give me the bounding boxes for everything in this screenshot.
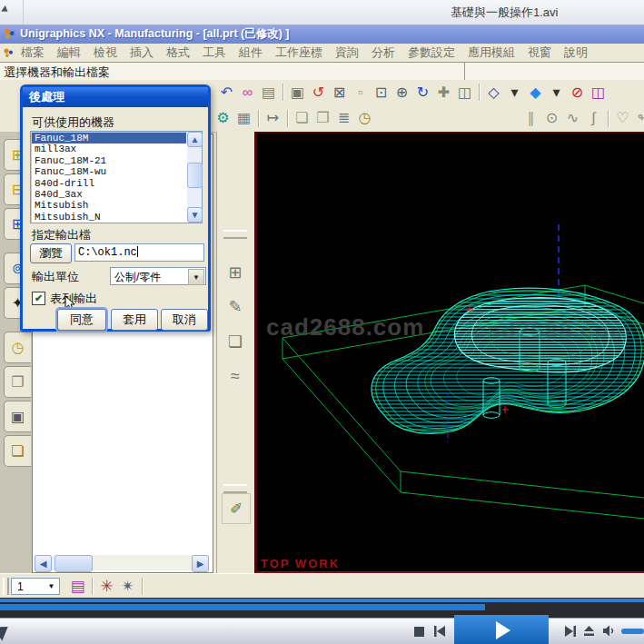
next-button[interactable] [564,625,577,638]
graphics-viewport[interactable]: cad2688.com cad2688.com TOP WORK [254,132,644,573]
generate-toolpath-icon[interactable]: ⚙ [213,108,233,128]
player-left-icon[interactable] [0,620,13,641]
menu-item-10[interactable]: 參數設定 [401,45,461,61]
dropdown-arrow-icon[interactable]: ▾ [546,83,567,103]
menu-item-5[interactable]: 工具 [196,45,233,61]
toolbar-grip[interactable]: ∥ [520,108,541,128]
tab-system-clock[interactable]: ◷ [4,332,31,363]
create-operation-icon[interactable]: ≈ [221,359,250,393]
list-edit-icon[interactable]: ▤ [258,83,279,103]
seek-progress[interactable] [0,604,485,610]
link-icon[interactable]: ∞ [237,83,258,103]
units-combobox[interactable]: 公制/零件 ▼ [110,267,206,285]
pan-icon[interactable]: ✚ [433,83,454,103]
clip-section-icon[interactable]: ⊘ [567,83,588,103]
menu-item-13[interactable]: 說明 [558,45,594,61]
menu-item-2[interactable]: 檢視 [87,45,124,61]
volume-slider[interactable] [621,629,644,634]
point-icon[interactable]: ⊙ [541,108,562,128]
ruler-icon[interactable]: ↦ [263,108,283,128]
menu-item-4[interactable]: 格式 [160,45,196,61]
spline-icon[interactable]: ∫ [583,108,604,128]
undo-icon[interactable]: ↶ [216,83,237,103]
curve-icon[interactable]: ∿ [562,108,583,128]
csys-icon[interactable]: ✳ [96,576,117,596]
scroll-right-icon[interactable]: ▶ [192,555,209,572]
layer-combobox[interactable]: 1 ▼ [11,578,60,595]
machine-item-7[interactable]: Mitsubish_N [32,212,186,222]
menu-item-12[interactable]: 視窗 [521,45,558,61]
time-estimate-icon[interactable]: ◷ [354,108,375,128]
menu-item-11[interactable]: 應用模組 [461,45,521,61]
zoom-box-icon[interactable]: ▫ [350,83,371,103]
save-view-icon[interactable]: ◫ [454,83,475,103]
wcs-dynamics-icon[interactable]: ✴ [117,576,138,596]
scrollbar-thumb[interactable] [187,163,203,188]
split-window-icon[interactable]: ◫ [588,83,609,103]
toolbar-grip[interactable] [3,578,9,595]
create-program-icon[interactable]: ⊞ [221,255,250,290]
machine-item-5[interactable]: 840d_3ax [32,189,186,200]
list-output-icon[interactable]: ≣ [333,108,354,128]
scroll-up-icon[interactable]: ▲ [187,132,203,147]
menu-item-9[interactable]: 分析 [365,45,401,61]
seek-bar[interactable] [0,599,644,602]
stop-button[interactable] [414,627,424,637]
machine-item-2[interactable]: Fanuc_18M-21 [32,155,186,166]
shaded-display-icon[interactable]: ◆ [525,83,546,103]
combo-dropdown-icon[interactable]: ▼ [188,269,204,285]
tab-new-window[interactable]: ❏ [4,435,31,467]
ok-button[interactable]: 同意 [57,309,106,331]
zoom-in-icon[interactable]: ⊕ [391,83,412,103]
menu-item-8[interactable]: 資詢 [329,45,365,61]
horizontal-scrollbar[interactable]: ◀ ▶ [35,555,209,570]
combo-dropdown-icon[interactable]: ▼ [45,580,58,593]
volume-button[interactable] [602,624,617,638]
paste-op-icon[interactable]: ❐ [312,108,333,128]
machine-item-0[interactable]: Fanuc_18M [32,133,186,144]
menu-item-1[interactable]: 編輯 [51,45,87,61]
play-button[interactable] [454,615,549,644]
tab-save-palette[interactable]: ▣ [4,401,31,432]
window-title-bar[interactable]: Unigraphics NX - Manufacturing - [all.pr… [0,25,644,44]
sketch-curve-icon[interactable]: ↬ [633,108,644,128]
vertical-scrollbar[interactable]: ▲ ▼ [187,132,202,221]
rotate-view-icon[interactable]: ↺ [308,83,329,103]
output-path-input[interactable]: C:\ok1.nc [74,243,204,262]
scroll-left-icon[interactable]: ◀ [35,555,52,572]
fit-view-icon[interactable]: ⊠ [329,83,350,103]
menu-item-6[interactable]: 組件 [233,45,269,61]
menu-item-7[interactable]: 工作座標 [269,45,329,61]
browse-button[interactable]: 瀏覽 [30,243,72,263]
wireframe-display-icon[interactable]: ◇ [483,83,504,103]
post-machine-icon[interactable]: ▦ [233,108,254,128]
toolbar-grip[interactable] [223,230,247,239]
scroll-down-icon[interactable]: ▼ [187,207,203,223]
machine-item-4[interactable]: 840d-drill [32,178,186,189]
machining-wizard-icon[interactable]: ✐ [222,493,251,524]
machine-item-1[interactable]: mill3ax [32,144,186,154]
zoom-region-icon[interactable]: ⊡ [371,83,391,103]
refresh-window-icon[interactable]: ▣ [287,83,308,103]
previous-button[interactable] [433,625,446,638]
create-tool-icon[interactable]: ✎ [221,290,250,324]
player-menu-arrow-icon[interactable] [1,5,10,15]
toolbar-grip[interactable] [223,484,247,493]
menu-item-0[interactable]: 檔案 [15,45,51,61]
list-output-checkbox[interactable]: ✔ [32,292,45,305]
copy-op-icon[interactable]: ❏ [292,108,312,128]
menu-item-3[interactable]: 插入 [124,45,160,61]
create-geometry-icon[interactable]: ❏ [221,324,250,359]
orbit-icon[interactable]: ↻ [412,83,433,103]
machine-item-6[interactable]: Mitsubish [32,200,186,211]
app-menu-icon[interactable] [3,47,15,59]
eject-button[interactable] [582,624,596,638]
scrollbar-thumb[interactable] [54,555,93,572]
machine-listbox[interactable]: Fanuc_18Mmill3axFanuc_18M-21Fanuc_18M-wu… [30,131,203,223]
apply-button[interactable]: 套用 [111,309,158,331]
dialog-title-bar[interactable]: 後處理 [23,87,208,107]
tab-blank-document[interactable]: ❐ [4,366,31,398]
dropdown-arrow-icon[interactable]: ▾ [504,83,525,103]
machine-item-3[interactable]: Fanuc_18M-wu [32,166,186,177]
profile-icon[interactable]: ♡ [612,108,633,128]
